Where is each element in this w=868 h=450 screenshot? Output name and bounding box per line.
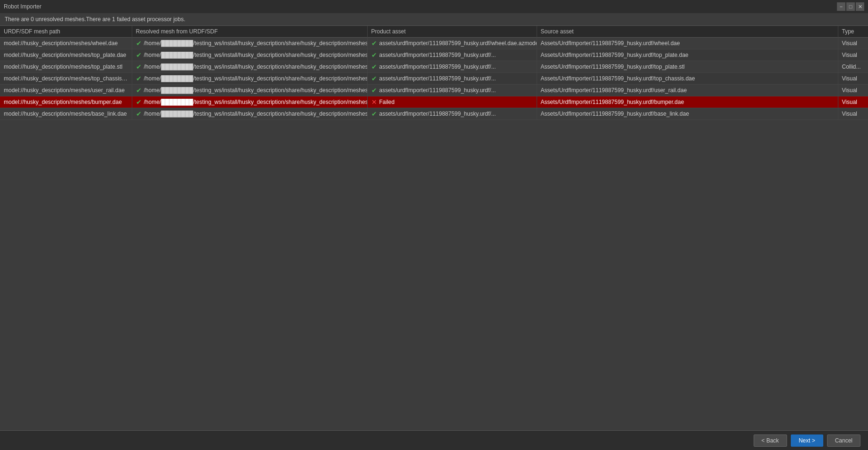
type-cell: Collid...	[838, 61, 868, 73]
product-path: assets/urdfImporter/1119887599_husky.urd…	[379, 87, 496, 94]
check-icon: ✔	[136, 87, 142, 94]
title-bar: Robot Importer − □ ✕	[0, 0, 868, 13]
check-icon: ✔	[136, 110, 142, 118]
resolved-path: /home/████████/testing_ws/install/husky_…	[144, 52, 368, 58]
type-cell: Visual	[838, 73, 868, 85]
check-icon: ✔	[136, 98, 142, 106]
urdf-cell: model://husky_description/meshes/bumper.…	[0, 96, 132, 108]
type-cell: Visual	[838, 38, 868, 49]
mesh-table: URDF/SDF mesh path Resolved mesh from UR…	[0, 26, 868, 120]
table-container: URDF/SDF mesh path Resolved mesh from UR…	[0, 26, 868, 430]
product-cell: ✕Failed	[367, 96, 537, 108]
check-icon: ✔	[136, 39, 142, 47]
resolved-path: /home/████████/testing_ws/install/husky_…	[144, 63, 368, 70]
type-cell: Visual	[838, 108, 868, 120]
ok-icon: ✔	[371, 110, 377, 118]
source-cell: Assets/UrdfImporter/1119887599_husky.urd…	[537, 108, 838, 120]
main-content: There are 0 unresolved meshes.There are …	[0, 13, 868, 430]
urdf-cell: model://husky_description/meshes/wheel.d…	[0, 38, 132, 49]
ok-icon: ✔	[371, 87, 377, 94]
ok-icon: ✔	[371, 75, 377, 82]
product-path: assets/urdfImporter/1119887599_husky.urd…	[379, 40, 537, 47]
type-cell: Visual	[838, 96, 868, 108]
product-cell: ✔assets/urdfImporter/1119887599_husky.ur…	[367, 108, 537, 120]
product-cell: ✔assets/urdfImporter/1119887599_husky.ur…	[367, 38, 537, 49]
resolved-cell: ✔/home/████████/testing_ws/install/husky…	[132, 73, 367, 85]
source-cell: Assets/UrdfImporter/1119887599_husky.urd…	[537, 49, 838, 61]
source-cell: Assets/UrdfImporter/1119887599_husky.urd…	[537, 96, 838, 108]
product-cell: ✔assets/urdfImporter/1119887599_husky.ur…	[367, 49, 537, 61]
product-cell: ✔assets/urdfImporter/1119887599_husky.ur…	[367, 61, 537, 73]
source-cell: Assets/UrdfImporter/1119887599_husky.urd…	[537, 85, 838, 96]
col-header-urdf: URDF/SDF mesh path	[0, 26, 132, 38]
resolved-path: /home/████████/testing_ws/install/husky_…	[144, 87, 368, 94]
back-button[interactable]: < Back	[754, 434, 787, 447]
source-cell: Assets/UrdfImporter/1119887599_husky.urd…	[537, 38, 838, 49]
type-cell: Visual	[838, 49, 868, 61]
resolved-path: /home/████████/testing_ws/install/husky_…	[144, 75, 368, 82]
product-cell: ✔assets/urdfImporter/1119887599_husky.ur…	[367, 73, 537, 85]
product-cell: ✔assets/urdfImporter/1119887599_husky.ur…	[367, 85, 537, 96]
urdf-cell: model://husky_description/meshes/top_pla…	[0, 49, 132, 61]
resolved-path: /home/████████/testing_ws/install/husky_…	[144, 40, 368, 47]
source-cell: Assets/UrdfImporter/1119887599_husky.urd…	[537, 61, 838, 73]
table-row: model://husky_description/meshes/base_li…	[0, 108, 868, 120]
window-controls: − □ ✕	[837, 2, 864, 11]
check-icon: ✔	[136, 51, 142, 59]
product-path: assets/urdfImporter/1119887599_husky.urd…	[379, 75, 496, 82]
resolved-cell: ✔/home/████████/testing_ws/install/husky…	[132, 49, 367, 61]
next-button[interactable]: Next >	[791, 434, 823, 447]
ok-icon: ✔	[371, 51, 377, 59]
type-cell: Visual	[838, 85, 868, 96]
ok-icon: ✔	[371, 39, 377, 47]
urdf-cell: model://husky_description/meshes/top_pla…	[0, 61, 132, 73]
product-path: Failed	[379, 99, 395, 105]
check-icon: ✔	[136, 75, 142, 82]
col-header-product: Product asset	[367, 26, 537, 38]
resolved-cell: ✔/home/████████/testing_ws/install/husky…	[132, 38, 367, 49]
check-icon: ✔	[136, 63, 142, 71]
restore-button[interactable]: □	[846, 2, 855, 11]
minimize-button[interactable]: −	[837, 2, 845, 11]
product-path: assets/urdfImporter/1119887599_husky.urd…	[379, 111, 496, 117]
status-bar: There are 0 unresolved meshes.There are …	[0, 13, 868, 26]
ok-icon: ✔	[371, 63, 377, 71]
table-row: model://husky_description/meshes/user_ra…	[0, 85, 868, 96]
urdf-cell: model://husky_description/meshes/base_li…	[0, 108, 132, 120]
product-path: assets/urdfImporter/1119887599_husky.urd…	[379, 63, 496, 70]
table-row: model://husky_description/meshes/bumper.…	[0, 96, 868, 108]
col-header-resolved: Resolved mesh from URDF/SDF	[132, 26, 367, 38]
close-button[interactable]: ✕	[856, 2, 864, 11]
resolved-cell: ✔/home/████████/testing_ws/install/husky…	[132, 96, 367, 108]
product-path: assets/urdfImporter/1119887599_husky.urd…	[379, 52, 496, 58]
resolved-path: /home/████████/testing_ws/install/husky_…	[144, 99, 368, 105]
col-header-type: Type	[838, 26, 868, 38]
table-row: model://husky_description/meshes/top_pla…	[0, 49, 868, 61]
table-row: model://husky_description/meshes/top_cha…	[0, 73, 868, 85]
footer: < Back Next > Cancel	[0, 430, 868, 450]
resolved-cell: ✔/home/████████/testing_ws/install/husky…	[132, 85, 367, 96]
source-cell: Assets/UrdfImporter/1119887599_husky.urd…	[537, 73, 838, 85]
resolved-cell: ✔/home/████████/testing_ws/install/husky…	[132, 108, 367, 120]
table-row: model://husky_description/meshes/wheel.d…	[0, 38, 868, 49]
window-title: Robot Importer	[4, 3, 41, 10]
fail-icon: ✕	[371, 98, 377, 106]
cancel-button[interactable]: Cancel	[827, 434, 860, 447]
urdf-cell: model://husky_description/meshes/top_cha…	[0, 73, 132, 85]
resolved-cell: ✔/home/████████/testing_ws/install/husky…	[132, 61, 367, 73]
status-message: There are 0 unresolved meshes.There are …	[5, 16, 185, 23]
resolved-path: /home/████████/testing_ws/install/husky_…	[144, 111, 368, 117]
urdf-cell: model://husky_description/meshes/user_ra…	[0, 85, 132, 96]
table-header-row: URDF/SDF mesh path Resolved mesh from UR…	[0, 26, 868, 38]
col-header-source: Source asset	[537, 26, 838, 38]
table-row: model://husky_description/meshes/top_pla…	[0, 61, 868, 73]
